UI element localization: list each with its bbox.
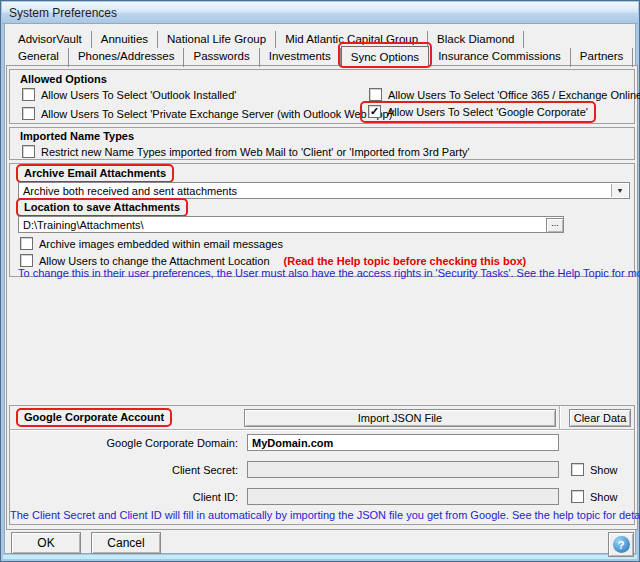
- client-secret-input[interactable]: [247, 461, 559, 478]
- checkbox-icon[interactable]: [571, 463, 584, 476]
- archive-mode-select[interactable]: Archive both received and sent attachmen…: [18, 182, 630, 199]
- archive-mode-value: Archive both received and sent attachmen…: [23, 184, 237, 198]
- checkbox-label: Show: [590, 464, 618, 476]
- archive-attachments-section: Archive Email Attachments Archive both r…: [9, 163, 635, 277]
- client-id-input[interactable]: [247, 488, 559, 505]
- checkbox-label: Allow Users To Select 'Office 365 / Exch…: [388, 89, 640, 101]
- checkbox-label: Restrict new Name Types imported from We…: [41, 146, 470, 158]
- checkbox-label: Allow Users To Select 'Outlook Installed…: [41, 89, 236, 101]
- location-to-save-label: Location to save Attachments: [16, 198, 188, 217]
- google-corporate-account-label: Google Corporate Account: [16, 408, 172, 427]
- client-secret-label: Client Secret:: [10, 464, 238, 476]
- tab-general[interactable]: General: [9, 48, 69, 67]
- annotation-google-corporate: ✓ Allow Users To Select 'Google Corporat…: [360, 101, 596, 123]
- checkbox-google-corporate[interactable]: ✓ Allow Users To Select 'Google Corporat…: [368, 105, 588, 118]
- header-divider: [10, 429, 634, 430]
- checkbox-label: Show: [590, 491, 618, 503]
- checkbox-icon[interactable]: [20, 254, 33, 267]
- domain-input[interactable]: [247, 434, 559, 451]
- archive-email-attachments-label: Archive Email Attachments: [16, 164, 174, 183]
- checkbox-icon[interactable]: [22, 107, 35, 120]
- imported-name-types-header: Imported Name Types: [20, 130, 134, 142]
- checkbox-icon[interactable]: [20, 237, 33, 250]
- tab-advisorvault[interactable]: AdvisorVault: [9, 31, 92, 48]
- ok-button[interactable]: OK: [11, 532, 81, 554]
- tab-insurance-commissions[interactable]: Insurance Commissions: [429, 48, 571, 67]
- allowed-options-header: Allowed Options: [20, 73, 107, 85]
- client-id-label: Client ID:: [10, 491, 238, 503]
- tab-black-diamond[interactable]: Black Diamond: [428, 31, 524, 48]
- tab-phones-addresses[interactable]: Phones/Addresses: [69, 48, 185, 67]
- checkbox-outlook-installed[interactable]: Allow Users To Select 'Outlook Installed…: [22, 88, 236, 101]
- dialog-body: AdvisorVault Annuities National Life Gro…: [4, 23, 636, 554]
- checkbox-allow-change-location[interactable]: Allow Users to change the Attachment Loc…: [20, 254, 526, 267]
- window-frame: System Preferences AdvisorVault Annuitie…: [0, 0, 640, 562]
- checkbox-icon[interactable]: [369, 88, 382, 101]
- checkbox-private-exchange[interactable]: Allow Users To Select 'Private Exchange …: [22, 107, 395, 120]
- checkbox-icon[interactable]: [22, 88, 35, 101]
- tab-partners[interactable]: Partners: [571, 48, 633, 67]
- chevron-down-icon[interactable]: ▼: [611, 184, 628, 197]
- header-divider-vertical: [559, 406, 560, 429]
- tab-row-1: AdvisorVault Annuities National Life Gro…: [9, 31, 524, 48]
- title-bar[interactable]: System Preferences: [2, 2, 638, 24]
- checkbox-icon[interactable]: [571, 490, 584, 503]
- tab-sync-options[interactable]: Sync Options: [341, 46, 429, 67]
- checkbox-icon[interactable]: [22, 145, 35, 158]
- tab-docupace[interactable]: Docupace: [633, 48, 640, 67]
- tab-annuities[interactable]: Annuities: [92, 31, 158, 48]
- tab-national-life-group[interactable]: National Life Group: [158, 31, 276, 48]
- security-tasks-note: To change this in their user preferences…: [18, 267, 640, 279]
- allowed-options-section: Allowed Options Allow Users To Select 'O…: [9, 69, 635, 124]
- domain-label: Google Corporate Domain:: [10, 437, 238, 449]
- checkbox-archive-embedded-images[interactable]: Archive images embedded within email mes…: [20, 237, 283, 250]
- checkbox-label: Archive images embedded within email mes…: [39, 238, 283, 250]
- imported-name-types-section: Imported Name Types Restrict new Name Ty…: [9, 127, 635, 160]
- json-import-note: The Client Secret and Client ID will fil…: [10, 509, 634, 521]
- checkbox-show-secret[interactable]: Show: [571, 463, 618, 476]
- google-corporate-account-section: Google Corporate Account Import JSON Fil…: [9, 405, 635, 525]
- help-button[interactable]: ?: [608, 532, 634, 557]
- clear-data-button[interactable]: Clear Data: [569, 409, 631, 427]
- help-question-icon: ?: [613, 536, 630, 553]
- checkbox-restrict-name-types[interactable]: Restrict new Name Types imported from We…: [22, 145, 470, 158]
- import-json-button[interactable]: Import JSON File: [244, 409, 556, 427]
- checkbox-checked-icon[interactable]: ✓: [368, 105, 381, 118]
- checkbox-label: Allow Users To Select 'Google Corporate': [387, 106, 588, 118]
- browse-button[interactable]: ...: [546, 218, 564, 233]
- checkbox-label: Allow Users to change the Attachment Loc…: [39, 255, 270, 267]
- tab-row-2: General Phones/Addresses Passwords Inves…: [9, 48, 640, 67]
- tab-passwords[interactable]: Passwords: [184, 48, 259, 67]
- attachment-location-input[interactable]: [18, 216, 564, 233]
- checkbox-label: Allow Users To Select 'Private Exchange …: [41, 108, 395, 120]
- cancel-button[interactable]: Cancel: [91, 532, 161, 554]
- checkbox-office-365[interactable]: Allow Users To Select 'Office 365 / Exch…: [369, 88, 640, 101]
- window-title: System Preferences: [9, 6, 117, 20]
- sync-options-page: Allowed Options Allow Users To Select 'O…: [6, 65, 638, 530]
- tab-investments[interactable]: Investments: [260, 48, 341, 67]
- checkbox-show-id[interactable]: Show: [571, 490, 618, 503]
- window-bottom-glow: [3, 555, 637, 559]
- help-warning-note: (Read the Help topic before checking thi…: [284, 255, 527, 267]
